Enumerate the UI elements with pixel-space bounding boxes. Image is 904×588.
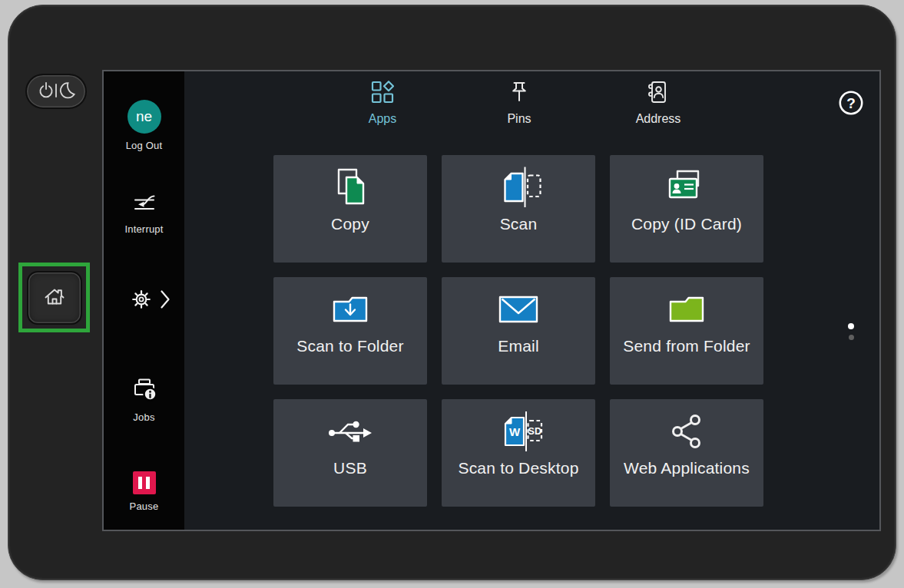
page-indicator[interactable] [848, 323, 854, 340]
svg-text:SD: SD [528, 426, 541, 437]
web-applications-icon [668, 407, 705, 456]
gear-icon [131, 289, 151, 312]
app-tile-scan-to-folder[interactable]: Scan to Folder [273, 277, 427, 385]
sidebar-item-settings[interactable] [104, 289, 184, 312]
email-icon [497, 285, 540, 334]
app-tile-label: Scan [500, 215, 538, 233]
app-tile-send-from-folder[interactable]: Send from Folder [610, 277, 763, 385]
app-tile-label: Email [498, 337, 539, 355]
app-tile-copy[interactable]: Copy [273, 155, 427, 263]
usb-icon [327, 407, 373, 456]
app-tile-scan-to-desktop[interactable]: W SD Scan to Desktop [442, 399, 595, 507]
address-book-icon [647, 81, 670, 107]
device-front-panel: ne Log Out Interrupt [0, 0, 904, 588]
home-button[interactable] [27, 271, 82, 325]
app-tile-label: Web Applications [624, 459, 750, 477]
tab-pins-label: Pins [507, 112, 531, 126]
app-tile-scan[interactable]: Scan [442, 155, 595, 263]
jobs-label: Jobs [133, 411, 154, 423]
sidebar-item-logout[interactable]: ne Log Out [104, 100, 184, 151]
send-from-folder-icon [667, 285, 707, 334]
pushpin-icon [508, 81, 530, 107]
scan-to-desktop-icon: W SD [494, 407, 543, 456]
apps-grid-icon [371, 81, 394, 107]
app-tile-label: USB [333, 459, 367, 477]
jobs-icon [131, 378, 157, 405]
svg-text:W: W [509, 425, 521, 438]
tab-address-label: Address [636, 112, 681, 126]
power-sleep-icon [36, 81, 76, 103]
tab-pins[interactable]: Pins [465, 81, 573, 126]
pause-label: Pause [130, 500, 159, 512]
scan-icon [495, 163, 542, 212]
interrupt-icon [133, 194, 156, 217]
app-tile-label: Scan to Folder [296, 337, 403, 355]
app-tile-usb[interactable]: USB [273, 399, 427, 507]
app-tile-label: Send from Folder [623, 337, 750, 355]
tab-address[interactable]: Address [604, 81, 712, 126]
sidebar-item-jobs[interactable]: Jobs [104, 378, 184, 423]
sidebar-item-interrupt[interactable]: Interrupt [104, 194, 184, 235]
app-tile-web-applications[interactable]: Web Applications [610, 399, 763, 507]
touchscreen: ne Log Out Interrupt [102, 70, 881, 531]
device-bezel: ne Log Out Interrupt [8, 5, 896, 580]
sidebar-item-pause[interactable]: Pause [104, 471, 184, 512]
app-tile-label: Scan to Desktop [458, 459, 578, 477]
sidebar: ne Log Out Interrupt [104, 71, 184, 530]
help-icon: ? [837, 107, 865, 119]
home-button-highlight [18, 263, 90, 332]
tab-apps[interactable]: Apps [329, 81, 436, 126]
copy-id-card-icon [664, 163, 709, 212]
logout-label: Log Out [126, 140, 163, 151]
help-button[interactable]: ? [837, 89, 865, 117]
app-tile-label: Copy [331, 215, 369, 233]
app-tile-email[interactable]: Email [442, 277, 595, 385]
home-icon [42, 284, 67, 311]
app-tile-label: Copy (ID Card) [631, 215, 742, 233]
app-tile-copy-id-card[interactable]: Copy (ID Card) [610, 155, 763, 263]
page-dot-inactive[interactable] [849, 335, 854, 340]
interrupt-label: Interrupt [124, 223, 163, 235]
user-avatar: ne [127, 100, 161, 134]
avatar-initials: ne [136, 108, 152, 125]
power-sleep-button[interactable] [25, 74, 87, 109]
svg-text:?: ? [846, 95, 856, 111]
copy-icon [329, 163, 372, 212]
scan-to-folder-icon [330, 285, 370, 334]
page-dot-active[interactable] [848, 323, 854, 329]
pause-icon [133, 471, 156, 494]
tab-apps-label: Apps [369, 112, 396, 126]
chevron-right-icon [160, 289, 171, 312]
apps-grid: Copy Scan [273, 155, 763, 507]
